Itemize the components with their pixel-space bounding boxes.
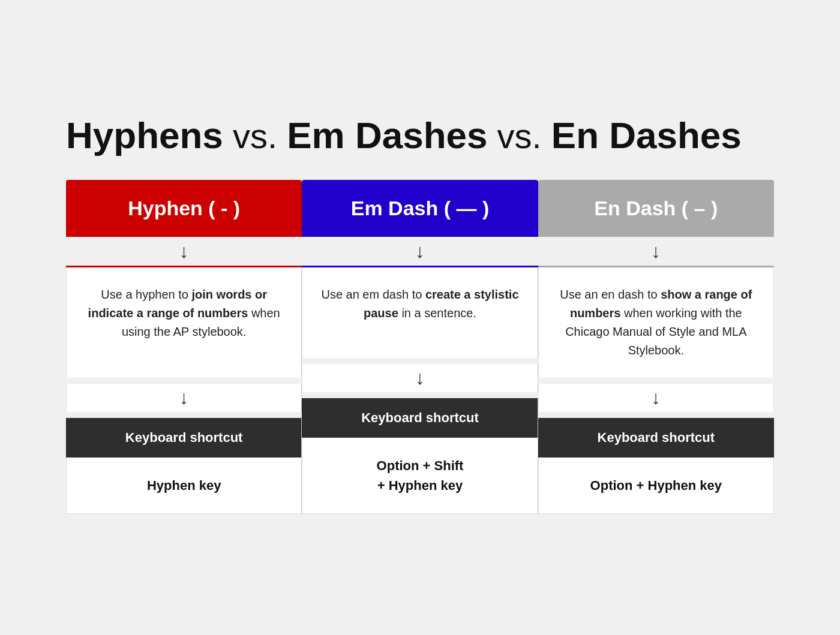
en-dash-description: Use an en dash to show a range of number… (538, 267, 774, 378)
hyphen-title: Hyphen ( - ) (128, 197, 240, 220)
en-dash-shortcut-value: Option + Hyphen key (538, 458, 774, 514)
hyphen-shortcut-bar: Keyboard shortcut (66, 418, 302, 458)
em-dash-column: Em Dash ( — ) ↓ Use an em dash to create… (302, 180, 538, 514)
en-dash-shortcut-bar: Keyboard shortcut (538, 418, 774, 458)
em-dash-arrow-2: ↓ (302, 364, 538, 392)
hyphen-arrow-2: ↓ (66, 384, 302, 412)
en-dash-column: En Dash ( – ) ↓ Use an en dash to show a… (538, 180, 774, 514)
hyphen-shortcut-value: Hyphen key (66, 458, 302, 514)
hyphen-column: Hyphen ( - ) ↓ Use a hyphen to join word… (66, 180, 302, 514)
en-dash-arrow-1: ↓ (651, 242, 661, 261)
en-dash-title: En Dash ( – ) (594, 197, 718, 220)
comparison-grid: Hyphen ( - ) ↓ Use a hyphen to join word… (66, 180, 774, 514)
en-dash-arrow-2: ↓ (538, 384, 774, 412)
em-dash-header: Em Dash ( — ) (302, 180, 538, 237)
page-title: Hyphens vs. Em Dashes vs. En Dashes (66, 115, 774, 156)
em-dash-shortcut-bar: Keyboard shortcut (302, 398, 538, 438)
en-dash-header: En Dash ( – ) (538, 180, 774, 237)
em-dash-description: Use an em dash to create a stylistic pau… (302, 267, 538, 358)
em-dash-title: Em Dash ( — ) (351, 197, 489, 220)
em-dash-shortcut-value: Option + Shift+ Hyphen key (302, 438, 538, 514)
hyphen-arrow-1: ↓ (179, 242, 189, 261)
main-container: Hyphens vs. Em Dashes vs. En Dashes Hyph… (42, 85, 798, 550)
hyphen-description: Use a hyphen to join words or indicate a… (66, 267, 302, 378)
hyphen-header: Hyphen ( - ) (66, 180, 302, 237)
em-dash-arrow-1: ↓ (415, 242, 425, 261)
